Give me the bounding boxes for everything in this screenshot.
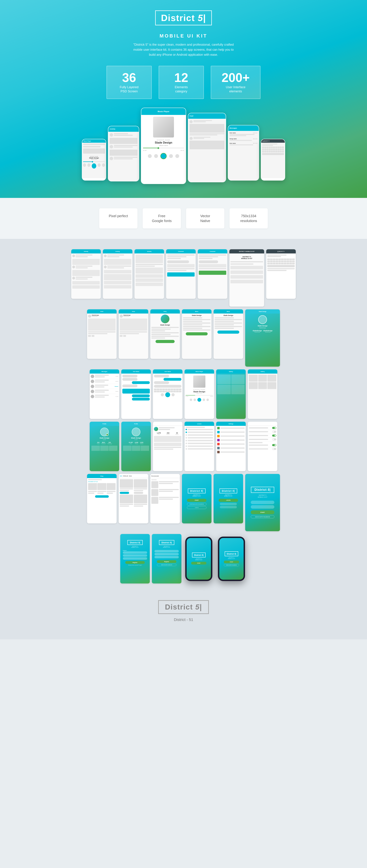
phone-small-left: Music Player SINGER NAME Slade Design Al… — [82, 139, 106, 181]
logo-text: District 5| — [161, 13, 206, 23]
screen-profile-green: Profile Slade Design 22,487 416Posts 881… — [90, 422, 119, 471]
logo-container: District 5| — [155, 10, 211, 25]
stat-label-ui: User Interfaceelements — [222, 85, 250, 93]
screen-keyboard: Q W E R T Y — [266, 249, 296, 299]
screen-shop-recommended: Recommended ★★★★★ — [150, 474, 180, 523]
screen-district-brand-1: District 5| DISTRICT 5MOBILE UI KIT STAR… — [182, 474, 211, 523]
phone-messages: Messages User name 10:06 AM Group name 0… — [228, 125, 259, 181]
screen-district-brand-2: District 5| DISTRICT 5MOBILE UI KIT LOG … — [214, 474, 243, 523]
hero-subtitle: MOBILE UI KIT — [3, 33, 364, 39]
screen-brand-list: DISTRICT 5 MOBILE UI KIT DISTRICT 5MOBIL… — [229, 249, 264, 307]
screen-profile-stats: 1,478Post 416Photos 34Videos — [153, 422, 182, 471]
phone-showcase: Music Player SINGER NAME Slade Design Al… — [3, 107, 364, 184]
screen-activity-1: Activity — [71, 249, 101, 299]
screen-party: Party Slade Design — [150, 309, 180, 359]
device-phone-1: District 5| DISTRICT 5MOBILE UI KIT STAR… — [184, 534, 214, 584]
screen-activity-3: Activity — [135, 249, 164, 299]
screen-comment-1: Comment — [166, 249, 196, 299]
phone-music-main: Music Player SINGER NAME Slade Design Al… — [141, 107, 186, 184]
phone-feed: Feed — [188, 113, 226, 182]
screen-register-2: District 5| DISTRICT 5MOBILE UI KIT Regi… — [152, 534, 181, 584]
features-section: Pixel perfect FreeGoogle fonts VectorNat… — [0, 198, 367, 239]
screens-row-5: Shop SHOWER STYLE — [14, 474, 353, 531]
screen-activity-2: Activity — [103, 249, 133, 299]
screen-settings-toggle — [248, 422, 277, 471]
screens-row-1: Activity Activity — [14, 249, 353, 307]
screen-register-1: District 5| DISTRICT 5MOBILE UI KIT Regi… — [120, 534, 150, 584]
screen-shop: Shop SHOWER STYLE — [87, 474, 117, 523]
stat-number-ui: 200+ — [222, 71, 250, 84]
screens-row-6: District 5| DISTRICT 5MOBILE UI KIT Regi… — [14, 534, 353, 584]
screen-gallery-1: Gallery — [216, 369, 246, 419]
screens-section: Activity Activity — [0, 239, 367, 639]
screen-menu-2: Menu Slade Design — [214, 309, 243, 359]
stat-number-elements: 12 — [169, 71, 193, 84]
feature-pixel: Pixel perfect — [99, 208, 137, 228]
stat-elements: 12 Elementscategory — [159, 66, 204, 99]
screen-feed-1: Feed Sladedesign Sladedesign — [87, 309, 117, 359]
screen-chat-keyboard: User Name — [153, 369, 182, 419]
screen-feed-2: Feed Sladedesign Sladedesign — [119, 309, 148, 359]
screen-profile-card: Slade Design Slade Design Sladedesign Sl… — [245, 309, 280, 367]
feature-vector: VectorNative — [186, 208, 224, 228]
screens-row-2: Feed Sladedesign Sladedesign — [14, 309, 353, 367]
hero-description: "Districk 5" is the super clean, modern … — [131, 42, 236, 57]
device-phone-2: District 5| DISTRICT 5MOBILE UI KIT STAR… — [216, 534, 247, 584]
screen-gallery-2: Gallery — [248, 369, 277, 419]
hero-section: District 5| MOBILE UI KIT "Districk 5" i… — [0, 0, 367, 198]
screen-profile-alt: Profile Elade Design 22,487 22,487Likes … — [121, 422, 151, 471]
screen-lesson: Lesson — [185, 422, 214, 471]
stat-ui: 200+ User Interfaceelements — [211, 66, 260, 99]
stat-label-elements: Elementscategory — [169, 85, 193, 93]
screens-row-3: Messages 10:06 09:45 Submit 08:20 07:55 … — [14, 369, 353, 419]
bottom-label: District - 51 — [14, 618, 353, 622]
bottom-watermark-section: District 5| District - 51 — [14, 586, 353, 629]
watermark-logo-text: District 5| — [165, 603, 202, 611]
screen-music-mini: Music Player SINGER NAME Slade Design Al… — [185, 369, 214, 419]
screen-chat: User Name — [121, 369, 151, 419]
phone-keyboard: Q W E R T Y — [261, 139, 285, 181]
screen-messages: Messages 10:06 09:45 Submit 08:20 07:55 — [90, 369, 119, 419]
screen-comment-2: Comment — [198, 249, 227, 299]
feature-resolution: 750x1334resolutions — [230, 208, 268, 228]
stat-number-screens: 36 — [117, 71, 141, 84]
features-row: Pixel perfect FreeGoogle fonts VectorNat… — [18, 208, 349, 228]
screens-row-4: Profile Slade Design 22,487 416Posts 881… — [14, 422, 353, 471]
stats-row: 36 Fully LayeredPSD Screen 12 Elementsca… — [3, 66, 364, 99]
screen-district-signin: District 5| DISTRICT 5MOBILE UI KIT STAR… — [245, 474, 280, 531]
screen-shop-popular: NEW POPULAR SALE — [119, 474, 148, 523]
screen-menu-1: Menu Slade Design — [182, 309, 211, 359]
feature-fonts: FreeGoogle fonts — [143, 208, 181, 228]
screen-settings: Settings — [216, 422, 246, 471]
stat-screens: 36 Fully LayeredPSD Screen — [107, 66, 152, 99]
phone-activity: Activity — [108, 126, 139, 181]
watermark-logo-container: District 5| — [158, 600, 209, 614]
stat-label-screens: Fully LayeredPSD Screen — [117, 85, 141, 93]
